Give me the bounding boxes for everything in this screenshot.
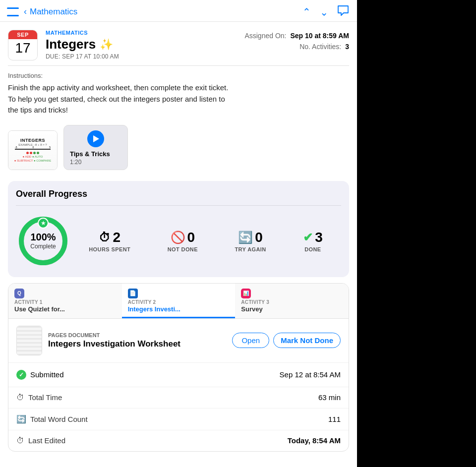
poster-number-line: -505: [15, 149, 51, 150]
file-name: Integers Investigation Worksheet: [48, 339, 226, 349]
file-actions: Open Mark Not Done: [232, 333, 341, 348]
activity-file-row: PAGES DOCUMENT Integers Investigation Wo…: [16, 326, 341, 355]
done-icon: ✔: [303, 231, 313, 244]
circle-progress: ★ 100% Complete: [16, 214, 70, 268]
tab-2-number: ACTIVITY 2: [128, 299, 230, 305]
instructions-section: Instructions: Finish the app activity an…: [0, 66, 357, 120]
file-thumbnail: [16, 326, 42, 355]
main-panel: ‹ Mathematics ⌃ ⌃ SEP 17 MATHEMATICS Int…: [0, 0, 357, 467]
hours-label: HOURS SPENT: [89, 246, 130, 252]
attachments-row: INTEGERS EXAMPLE: -8 + 8 = ? -505 ● ADD …: [0, 120, 357, 177]
hours-value: ⏱ 2: [89, 230, 130, 245]
total-time-left: ⏱ Total Time: [16, 393, 62, 402]
activity-content: PAGES DOCUMENT Integers Investigation Wo…: [8, 319, 349, 362]
progress-section: Overall Progress ★ 100% Complete: [8, 181, 349, 277]
assignment-meta: Assigned On: Sep 10 at 8:59 AM No. Activ…: [244, 30, 349, 60]
back-chevron-icon: ‹: [24, 6, 27, 17]
due-label: DUE: SEP 17 AT 10:00 AM: [46, 53, 237, 60]
poster-labels2: ● SUBTRACT ● COMPARE: [14, 159, 51, 162]
tab-activity-2[interactable]: 📄 ACTIVITY 2 Integers Investi...: [122, 284, 236, 318]
last-edited-left: ⏱ Last Edited: [16, 436, 65, 445]
tab-1-label: Use Quizlet for...: [14, 305, 116, 313]
total-time-row: ⏱ Total Time 63 min: [8, 387, 349, 408]
tab-activity-3[interactable]: 📊 ACTIVITY 3 Survey: [235, 284, 349, 318]
word-count-value: 111: [328, 415, 341, 423]
poster-labels: ● ADD ● AUTO: [23, 155, 43, 158]
tab-2-label: Integers Investi...: [128, 305, 230, 313]
submitted-date: Sep 12 at 8:54 AM: [280, 370, 341, 379]
video-title: Tips & Tricks: [70, 150, 121, 158]
tab-1-number: ACTIVITY 1: [14, 299, 116, 305]
play-icon: [93, 135, 99, 142]
mark-not-done-button[interactable]: Mark Not Done: [273, 333, 341, 348]
done-stat: ✔ 3 DONE: [303, 230, 323, 252]
word-count-row: 🔄 Total Word Count 111: [8, 408, 349, 430]
back-label: Mathematics: [30, 7, 77, 17]
integers-poster-thumb: INTEGERS EXAMPLE: -8 + 8 = ? -505 ● ADD …: [8, 131, 57, 170]
not-done-icon: 🚫: [171, 231, 185, 244]
done-value: ✔ 3: [303, 230, 323, 245]
tips-tricks-video[interactable]: Tips & Tricks 1:20: [63, 125, 128, 170]
done-label: DONE: [303, 246, 323, 252]
right-panel: [357, 0, 476, 467]
total-time-value: 63 min: [318, 393, 341, 402]
assigned-on-value: Sep 10 at 8:59 AM: [290, 32, 349, 40]
hours-stat: ⏱ 2 HOURS SPENT: [89, 230, 130, 252]
poster-dots: [26, 152, 39, 154]
sidebar-toggle-button[interactable]: [6, 6, 20, 17]
activities-count: 3: [345, 43, 349, 51]
submitted-label: Submitted: [30, 370, 64, 379]
stats-grid: ⏱ 2 HOURS SPENT 🚫 0 NOT DONE 🔄 0: [70, 230, 341, 252]
comment-icon[interactable]: [337, 5, 349, 18]
calendar-badge: SEP 17: [8, 30, 38, 60]
total-time-label: Total Time: [28, 393, 62, 402]
file-info: PAGES DOCUMENT Integers Investigation Wo…: [48, 332, 226, 349]
calendar-day: 17: [8, 39, 37, 58]
assigned-on-label: Assigned On:: [244, 32, 286, 40]
circle-percent: 100%: [30, 232, 56, 243]
last-edited-icon: ⏱: [16, 436, 24, 445]
open-button[interactable]: Open: [232, 333, 269, 348]
play-button[interactable]: [87, 130, 104, 147]
clock-detail-icon: ⏱: [16, 393, 24, 402]
circle-complete-label: Complete: [30, 243, 56, 250]
assigned-on-row: Assigned On: Sep 10 at 8:59 AM: [244, 32, 349, 40]
sparkle-icon: ✨: [100, 38, 113, 51]
instructions-text: Finish the app activity and worksheet, t…: [8, 82, 349, 116]
calendar-month: SEP: [8, 30, 37, 39]
assignment-header: SEP 17 MATHEMATICS Integers ✨ DUE: SEP 1…: [0, 22, 357, 65]
submitted-check-icon: ✓: [16, 370, 26, 380]
activities-label: No. Activities:: [299, 43, 341, 51]
instructions-heading: Instructions:: [8, 72, 349, 79]
submitted-left: ✓ Submitted: [16, 370, 64, 380]
submission-row: ✓ Submitted Sep 12 at 8:54 AM: [8, 362, 349, 387]
last-edited-label: Last Edited: [28, 436, 65, 445]
clock-icon: ⏱: [99, 231, 111, 244]
circle-center: 100% Complete: [30, 232, 56, 250]
tab-3-number: ACTIVITY 3: [241, 299, 343, 305]
back-button[interactable]: ‹ Mathematics: [24, 6, 77, 17]
progress-stats: ★ 100% Complete ⏱ 2 HOURS SPENT: [16, 214, 341, 268]
poster-attachment[interactable]: INTEGERS EXAMPLE: -8 + 8 = ? -505 ● ADD …: [8, 130, 58, 170]
last-edited-value: Today, 8:54 AM: [288, 436, 341, 445]
poster-title-text: INTEGERS: [20, 138, 45, 143]
word-count-left: 🔄 Total Word Count: [16, 414, 88, 424]
word-count-label: Total Word Count: [30, 415, 88, 423]
chevron-down-icon[interactable]: ⌃: [320, 6, 328, 18]
try-again-label: TRY AGAIN: [235, 246, 266, 252]
tab-3-label: Survey: [241, 305, 343, 313]
play-button-row: [70, 130, 121, 147]
file-type: PAGES DOCUMENT: [48, 332, 226, 338]
subject-label: MATHEMATICS: [46, 30, 237, 36]
activities-section: Q ACTIVITY 1 Use Quizlet for... 📄 ACTIVI…: [8, 283, 349, 452]
try-again-value: 🔄 0: [235, 230, 266, 245]
try-again-stat: 🔄 0 TRY AGAIN: [235, 230, 266, 252]
activity-tabs: Q ACTIVITY 1 Use Quizlet for... 📄 ACTIVI…: [8, 284, 349, 319]
tab-activity-1[interactable]: Q ACTIVITY 1 Use Quizlet for...: [8, 284, 122, 318]
nav-right: ⌃ ⌃: [302, 5, 349, 18]
file-thumb-inner: [17, 326, 42, 355]
not-done-label: NOT DONE: [168, 246, 198, 252]
assignment-title: Integers ✨: [46, 37, 237, 52]
title-text: Integers: [46, 37, 96, 52]
chevron-up-icon[interactable]: ⌃: [302, 6, 311, 18]
